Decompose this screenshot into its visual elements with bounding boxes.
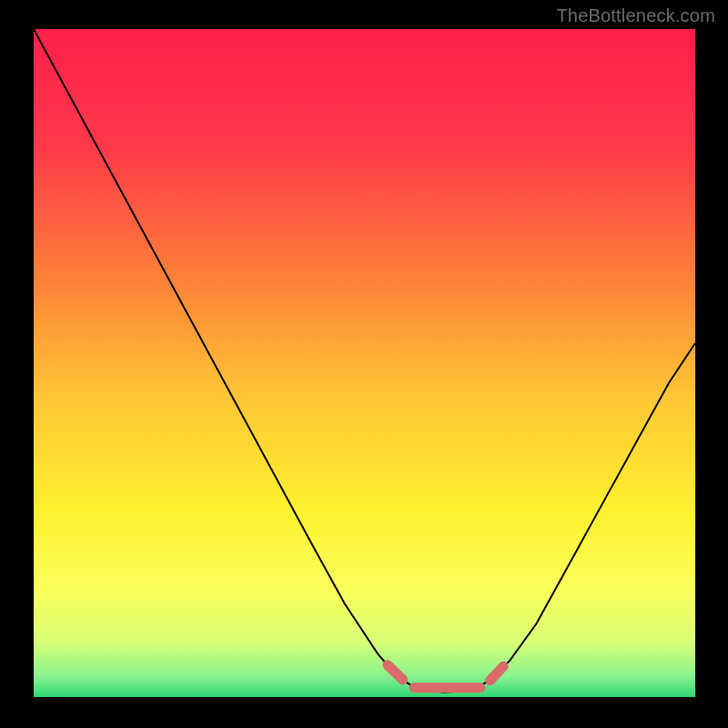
- plot-background: [34, 29, 695, 697]
- chart-canvas: [0, 0, 728, 728]
- watermark-label: TheBottleneck.com: [556, 5, 715, 26]
- chart-stage: TheBottleneck.com: [0, 0, 728, 728]
